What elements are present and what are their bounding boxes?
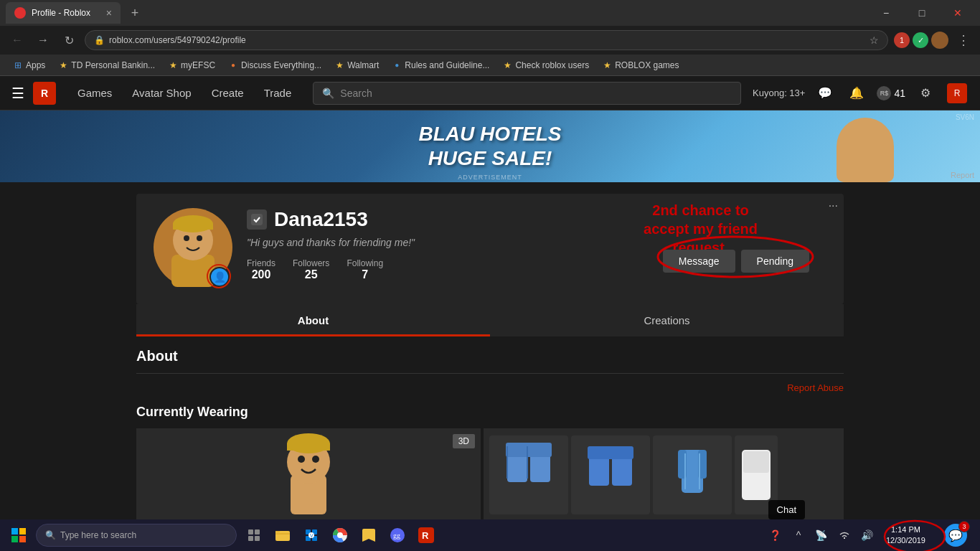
tab-favicon: [14, 7, 26, 19]
store-button[interactable]: V: [298, 522, 324, 548]
chat-nav-icon[interactable]: 💬: [814, 82, 837, 105]
hamburger-menu-button[interactable]: ☰: [11, 85, 24, 102]
reload-button[interactable]: ↻: [59, 30, 79, 50]
following-label: Following: [347, 258, 383, 268]
nav-create-link[interactable]: Create: [202, 76, 254, 110]
chat-tooltip-label: Chat: [777, 504, 796, 515]
wearing-item-2[interactable]: [571, 435, 650, 514]
task-view-icon: [247, 528, 261, 542]
window-minimize-button[interactable]: −: [870, 2, 903, 24]
bookmark-star-icon-check: ★: [502, 60, 512, 70]
wifi-icon: [839, 530, 850, 540]
clock-date: 12/30/2019: [886, 535, 925, 546]
svg-rect-14: [287, 443, 330, 451]
browser-menu-button[interactable]: ⋮: [954, 29, 973, 51]
tab-creations[interactable]: Creations: [490, 304, 844, 336]
bookmark-discuss[interactable]: ● Discuss Everything...: [222, 59, 327, 72]
new-tab-button[interactable]: +: [125, 3, 145, 23]
system-clock[interactable]: 1:14 PM 12/30/2019: [880, 524, 931, 547]
window-maximize-button[interactable]: □: [905, 2, 938, 24]
nav-avatar-shop-link[interactable]: Avatar Shop: [122, 76, 201, 110]
settings-icon[interactable]: ⚙: [914, 82, 937, 105]
friend-request-note: 2nd chance toaccept my friendrequest.: [644, 201, 758, 257]
wearing-grid: 3D: [136, 428, 844, 522]
tray-icon-1[interactable]: 📡: [811, 525, 831, 545]
bookmark-check-roblox[interactable]: ★ Check roblox users: [496, 59, 595, 72]
start-button[interactable]: [3, 519, 34, 551]
back-button[interactable]: ←: [7, 30, 27, 50]
ad-report-button[interactable]: Report: [951, 171, 974, 179]
message-button[interactable]: Message: [663, 250, 735, 273]
svg-text:R: R: [422, 530, 429, 541]
address-bar[interactable]: 🔒 roblox.com/users/549790242/profile ☆: [85, 30, 888, 50]
profile-avatar-icon[interactable]: [931, 32, 948, 49]
chrome-button[interactable]: [327, 522, 353, 548]
chrome-icon: [332, 527, 348, 543]
pending-button[interactable]: Pending: [741, 250, 809, 273]
svg-rect-35: [255, 529, 260, 534]
user-avatar-nav[interactable]: R: [946, 82, 969, 105]
taskbar-search-placeholder: Type here to search: [60, 530, 136, 540]
bookmark-star-icon-walmart: ★: [334, 60, 344, 70]
followers-label: Followers: [293, 258, 329, 268]
tab-close-button[interactable]: ×: [106, 7, 112, 19]
svg-rect-30: [11, 528, 18, 534]
roblox-taskbar-button[interactable]: R: [413, 522, 439, 548]
about-divider: [136, 373, 844, 374]
task-view-button[interactable]: [241, 522, 267, 548]
file-explorer-button[interactable]: [270, 522, 296, 548]
bookmark-myefsc[interactable]: ★ myEFSC: [162, 59, 221, 72]
currently-wearing-title: Currently Wearing: [136, 405, 844, 420]
window-close-button[interactable]: ✕: [941, 2, 974, 24]
username-label: Kuyong: 13+: [753, 88, 805, 98]
svg-rect-7: [251, 214, 263, 225]
browser-tab[interactable]: Profile - Roblox ×: [6, 2, 121, 24]
roblox-navbar: ☰ R Games Avatar Shop Create Trade 🔍 Sea…: [0, 76, 980, 110]
ad-line2: HUGE SALE!: [418, 146, 561, 171]
wearing-3d-view: 3D: [136, 428, 481, 522]
bookmark-check-label: Check roblox users: [515, 60, 589, 70]
discuss-icon: ●: [228, 60, 238, 70]
wearing-item-3[interactable]: [653, 435, 732, 514]
nav-search-bar[interactable]: 🔍 Search: [313, 82, 741, 105]
roblox-taskbar-icon: R: [418, 527, 434, 543]
ext-icon-2[interactable]: ✓: [913, 32, 928, 48]
wifi-tray-icon[interactable]: [834, 525, 854, 545]
bookmark-apps[interactable]: ⊞ Apps: [7, 59, 51, 72]
volume-tray-icon[interactable]: 🔊: [857, 525, 877, 545]
robux-count[interactable]: R$ 41: [877, 86, 905, 100]
avatar-3d-render: [265, 432, 352, 518]
notifications-icon[interactable]: 🔔: [845, 82, 868, 105]
nav-games-link[interactable]: Games: [67, 76, 122, 110]
tray-chevron-icon[interactable]: ^: [788, 525, 809, 545]
3d-view-button[interactable]: 3D: [453, 434, 475, 448]
ext-icon-1[interactable]: 1: [894, 32, 910, 48]
bookmark-walmart[interactable]: ★ Walmart: [329, 59, 385, 72]
bookmark-roblox-label: ROBLOX games: [615, 60, 679, 70]
ad-label: ADVERTISEMENT: [458, 174, 522, 181]
bookmark-rules[interactable]: ● Rules and Guideline...: [386, 59, 495, 72]
svg-rect-17: [506, 443, 552, 457]
bookmark-roblox-games[interactable]: ★ ROBLOX games: [596, 59, 684, 72]
nav-trade-link[interactable]: Trade: [254, 76, 302, 110]
discord-button[interactable]: gg: [385, 522, 410, 548]
svg-text:gg: gg: [393, 532, 400, 540]
help-tray-icon[interactable]: ❓: [765, 525, 786, 545]
item-icon-2: [582, 443, 639, 507]
ad-banner: BLAU HOTELS HUGE SALE! SV6N ADVERTISEMEN…: [0, 110, 980, 182]
wearing-item-1[interactable]: [489, 435, 568, 514]
forward-button[interactable]: →: [33, 30, 53, 50]
bookmarks-button[interactable]: [356, 522, 382, 548]
profile-options-button[interactable]: ···: [829, 199, 838, 212]
bookmarks-bar: ⊞ Apps ★ TD Personal Bankin... ★ myEFSC …: [0, 55, 980, 76]
roblox-logo[interactable]: R: [33, 82, 56, 105]
chat-taskbar-button[interactable]: 💬 3: [934, 519, 977, 551]
taskbar-search[interactable]: 🔍 Type here to search: [36, 524, 237, 547]
chat-icon: 💬 3: [944, 524, 967, 547]
tab-about[interactable]: About: [136, 304, 490, 336]
store-icon: V: [304, 528, 319, 542]
bookmark-star-icon[interactable]: ☆: [870, 34, 879, 46]
profile-body: About Report Abuse Currently Wearing: [136, 336, 844, 533]
report-abuse-button[interactable]: Report Abuse: [136, 382, 844, 393]
bookmark-td[interactable]: ★ TD Personal Bankin...: [52, 59, 161, 72]
